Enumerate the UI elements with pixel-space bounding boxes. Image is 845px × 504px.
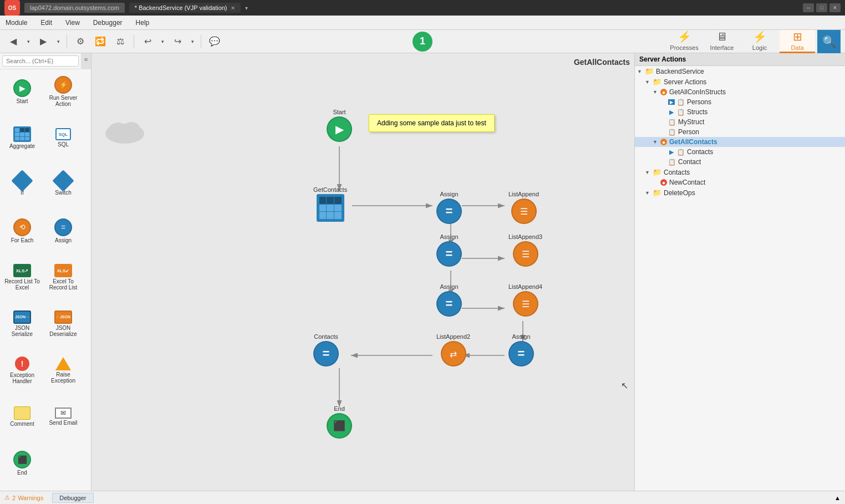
redo-dropdown[interactable]: ▾ [189, 33, 196, 50]
tree-item-contacts-out[interactable]: ▶ 📋 Contacts [635, 147, 845, 157]
node-end[interactable]: End ⬛ [327, 405, 352, 439]
node-listappend1-label: ListAppend [508, 191, 539, 197]
tree-item-backend[interactable]: ▼ 📁 BackendService [635, 66, 845, 77]
tool-end[interactable]: ⬛ End [2, 443, 42, 483]
node-start[interactable]: Start ▶ [327, 109, 352, 142]
run-server-action-icon: ⚡ [54, 76, 72, 94]
nav-data[interactable]: ⊞ Data [780, 30, 815, 53]
tool-json-deserialize[interactable]: ←JSON JSON Deserialize [43, 304, 83, 344]
tool-raise-exception[interactable]: Raise Exception [43, 350, 83, 390]
node-listappend3[interactable]: ListAppend3 ☰ [508, 233, 542, 267]
tree-item-contacts-folder[interactable]: ▼ 📁 Contacts [635, 167, 845, 177]
redo-button[interactable]: ↪ [169, 33, 186, 50]
node-listappend2[interactable]: ListAppend2 ⇄ [436, 333, 470, 366]
record-list-to-excel-icon: XLS↗ [13, 264, 31, 277]
nav-logic-label: Logic [752, 44, 767, 51]
tool-run-server-action[interactable]: ⚡ Run Server Action [43, 72, 83, 111]
nav-processes[interactable]: ⚡ Processes [666, 30, 702, 53]
forward-dropdown[interactable]: ▾ [54, 33, 62, 50]
node-end-label: End [334, 405, 345, 412]
node-getcontacts[interactable]: GetContacts [313, 186, 347, 222]
search-input[interactable] [2, 55, 79, 67]
close-window-button[interactable]: ✕ [829, 3, 841, 12]
tool-comment[interactable]: Comment [2, 396, 42, 436]
tab-2-close[interactable]: ✕ [231, 5, 235, 11]
menu-view[interactable]: View [63, 18, 82, 28]
tree-label-contacts-folder: Contacts [664, 169, 690, 176]
publish-button[interactable]: 🔁 [91, 33, 109, 50]
node-end-circle: ⬛ [327, 413, 352, 439]
tool-aggregate[interactable]: Aggregate [2, 118, 42, 158]
menu-help[interactable]: Help [134, 18, 152, 28]
tree-item-deleteops[interactable]: ▼ 📁 DeleteOps [635, 187, 845, 198]
tree-item-server-actions[interactable]: ▼ 📁 Server Actions [635, 77, 845, 87]
back-button[interactable]: ◀ [4, 33, 22, 50]
tool-sql-label: SQL [58, 141, 69, 147]
tool-record-list-to-excel[interactable]: XLS↗ Record List To Excel [2, 257, 42, 297]
notification-badge[interactable]: 1 [413, 32, 432, 52]
tree-label-structs: Structs [687, 108, 707, 116]
node-assign4[interactable]: Assign = [508, 333, 534, 366]
node-listappend4[interactable]: ListAppend4 ☰ [508, 283, 542, 317]
menu-debugger[interactable]: Debugger [91, 18, 125, 28]
maximize-button[interactable]: □ [816, 3, 827, 12]
tab-dropdown[interactable]: ▾ [245, 5, 248, 11]
tool-switch[interactable]: Switch [43, 165, 83, 205]
canvas-area[interactable]: GetAllContacts Adding some sample data j… [91, 53, 634, 491]
tab-2[interactable]: * BackendService (VJP validation) ✕ [129, 3, 241, 13]
tool-sql[interactable]: SQL SQL [43, 118, 83, 158]
status-bar: ⚠ 2 Warnings Debugger ▲ [0, 491, 845, 504]
undo-button[interactable]: ↩ [139, 33, 156, 50]
forward-button[interactable]: ▶ [34, 33, 52, 50]
nav-interface[interactable]: 🖥 Interface [704, 30, 740, 53]
node-assign2[interactable]: Assign = [436, 233, 462, 267]
tree-item-structs[interactable]: ▶ 📋 Structs [635, 107, 845, 117]
tool-assign[interactable]: = Assign [43, 211, 83, 251]
tree-item-persons[interactable]: ▶ 📋 Persons [635, 97, 845, 107]
warning-triangle-icon: ⚠ [4, 494, 10, 501]
folder-icon-deleteops: 📁 [653, 189, 661, 197]
minimize-button[interactable]: ─ [803, 3, 814, 12]
tree-item-person[interactable]: 📋 Person [635, 127, 845, 137]
tool-json-serialize[interactable]: JSON→ JSON Serialize [2, 304, 42, 344]
settings-button[interactable]: ⚙ [72, 33, 89, 50]
tab-1[interactable]: lap0472.domain.outsystems.com [24, 3, 125, 13]
nav-logic[interactable]: ⚡ Logic [742, 30, 777, 53]
node-contacts[interactable]: Contacts = [313, 333, 339, 366]
scroll-up[interactable]: ▲ [834, 495, 841, 501]
tool-send-email[interactable]: ✉ Send Email [43, 396, 83, 436]
tree-item-newcontact[interactable]: ● NewContact [635, 177, 845, 187]
tree-item-contact-struct[interactable]: 📋 Contact [635, 157, 845, 167]
app-logo: OS [4, 0, 20, 16]
tab-debugger[interactable]: Debugger [52, 493, 93, 503]
tree-item-getallconinstructs[interactable]: ▼ ● GetAllConInStructs [635, 87, 845, 97]
menu-edit[interactable]: Edit [38, 18, 54, 28]
tree-label-contacts-out: Contacts [687, 148, 713, 156]
tool-exception-handler[interactable]: ! Exception Handler [2, 350, 42, 390]
toolbar-sep-2 [134, 35, 134, 48]
tree-arrow-getallconinstructs: ▼ [653, 89, 658, 95]
tool-start[interactable]: ▶ Start [2, 72, 42, 111]
node-assign1-label: Assign [440, 191, 458, 197]
assign-icon: = [54, 218, 72, 236]
node-assign3[interactable]: Assign = [436, 283, 462, 317]
data-icon: ⊞ [793, 30, 802, 43]
comment-toolbar-button[interactable]: 💬 [206, 33, 223, 50]
node-listappend1[interactable]: ListAppend ☰ [508, 191, 539, 224]
compare-button[interactable]: ⚖ [111, 33, 129, 50]
menu-module[interactable]: Module [3, 18, 29, 28]
collapse-button[interactable]: « [81, 53, 91, 69]
search-button[interactable]: 🔍 [817, 30, 841, 53]
node-assign4-label: Assign [512, 333, 530, 340]
tree-item-mystruct[interactable]: 📋 MyStruct [635, 117, 845, 127]
canvas-arrows [91, 53, 634, 491]
node-assign1[interactable]: Assign = [436, 191, 462, 224]
tree-item-getallcontacts[interactable]: ▼ ● GetAllContacts [635, 137, 845, 147]
tree-label-getallconinstructs: GetAllConInStructs [669, 88, 726, 96]
back-dropdown[interactable]: ▾ [24, 33, 32, 50]
tool-excel-to-record-list[interactable]: XLS↙ Excel To Record List [43, 257, 83, 297]
undo-dropdown[interactable]: ▾ [159, 33, 166, 50]
tool-if[interactable]: If [2, 165, 42, 205]
warnings-button[interactable]: ⚠ 2 Warnings [4, 494, 43, 501]
tool-for-each[interactable]: ⟲ For Each [2, 211, 42, 251]
